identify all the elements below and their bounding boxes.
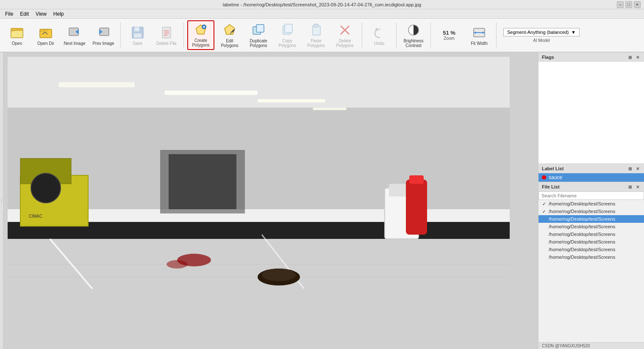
edit-polygons-button[interactable]: Edit Polygons bbox=[216, 20, 243, 50]
minimize-button[interactable]: ─ bbox=[617, 1, 624, 8]
open-dir-label: Open Dir bbox=[37, 41, 54, 46]
right-panel: Flags ⊞ ✕ Label List ⊞ ✕ sauce bbox=[538, 53, 644, 349]
ai-model-area: Segment-Anything (balanced) ▼ AI Model bbox=[503, 20, 580, 50]
prev-image-button[interactable]: Prev Image bbox=[90, 20, 117, 50]
separator-5 bbox=[430, 22, 431, 48]
svg-rect-25 bbox=[314, 24, 318, 27]
window-controls: ─ □ ✕ bbox=[617, 1, 641, 8]
svg-rect-1 bbox=[11, 30, 23, 38]
undo-icon bbox=[372, 25, 387, 40]
save-button[interactable]: Save bbox=[124, 20, 151, 50]
flags-section: Flags ⊞ ✕ bbox=[539, 53, 644, 164]
label-list-section: Label List ⊞ ✕ sauce bbox=[539, 164, 644, 182]
delete-polygons-button[interactable]: Delete Polygons bbox=[331, 20, 358, 50]
edit-polygons-label: Edit Polygons bbox=[217, 39, 242, 48]
create-polygons-icon bbox=[193, 23, 208, 37]
ai-model-label: AI Model bbox=[533, 38, 550, 43]
copy-polygons-button[interactable]: Copy Polygons bbox=[274, 20, 301, 50]
title-bar: labelme - /home/rog/Desktop/test/Screens… bbox=[0, 0, 644, 9]
maximize-button[interactable]: □ bbox=[625, 1, 632, 8]
file-name-2: /home/rog/Desktop/test/Screens bbox=[549, 216, 615, 222]
canvas-area[interactable]: CIMAC bbox=[3, 53, 538, 349]
paste-polygons-icon bbox=[308, 22, 324, 38]
file-list-item-2[interactable]: /home/rog/Desktop/test/Screens bbox=[539, 215, 644, 223]
file-check-0: ✓ bbox=[541, 202, 547, 206]
file-list-icon-2[interactable]: ✕ bbox=[635, 184, 641, 190]
menu-help[interactable]: Help bbox=[50, 10, 67, 18]
file-name-0: /home/rog/Desktop/test/Screens bbox=[549, 201, 615, 206]
paste-polygons-button[interactable]: Paste Polygons bbox=[303, 20, 330, 50]
zoom-control[interactable]: 51 % Zoom bbox=[434, 20, 464, 50]
file-list-title: File List bbox=[542, 184, 560, 189]
file-list-item-4[interactable]: /home/rog/Desktop/test/Screens bbox=[539, 230, 644, 238]
ai-model-chevron: ▼ bbox=[571, 30, 576, 35]
svg-rect-9 bbox=[134, 33, 142, 38]
fit-width-button[interactable]: Fit Width bbox=[466, 20, 493, 50]
ai-model-dropdown[interactable]: Segment-Anything (balanced) ▼ bbox=[503, 28, 580, 36]
svg-rect-50 bbox=[169, 154, 236, 209]
close-button[interactable]: ✕ bbox=[634, 1, 641, 8]
separator-3 bbox=[362, 22, 362, 48]
file-list-item-6[interactable]: /home/rog/Desktop/test/Screens bbox=[539, 246, 644, 253]
delete-polygons-label: Delete Polygons bbox=[333, 39, 357, 48]
next-image-button[interactable]: Next Image bbox=[61, 20, 88, 50]
open-button[interactable]: Open bbox=[3, 20, 31, 50]
menu-view[interactable]: View bbox=[32, 10, 50, 18]
create-polygons-button[interactable]: Create Polygons bbox=[187, 20, 214, 50]
label-list-icon-1[interactable]: ⊞ bbox=[627, 166, 633, 172]
file-name-6: /home/rog/Desktop/test/Screens bbox=[549, 247, 615, 252]
file-search-input[interactable] bbox=[539, 191, 644, 200]
copy-polygons-icon bbox=[280, 22, 295, 38]
copy-polygons-label: Copy Polygons bbox=[275, 39, 300, 48]
delete-file-icon bbox=[159, 25, 174, 40]
duplicate-polygons-button[interactable]: Duplicate Polygons bbox=[245, 20, 272, 50]
file-name-3: /home/rog/Desktop/test/Screens bbox=[549, 224, 615, 229]
svg-point-60 bbox=[262, 269, 296, 281]
flags-icon-1[interactable]: ⊞ bbox=[627, 54, 633, 60]
separator-4 bbox=[396, 22, 397, 48]
canvas-image: CIMAC bbox=[8, 57, 510, 289]
flags-icon-2[interactable]: ✕ bbox=[635, 54, 641, 60]
open-dir-button[interactable]: Open Dir bbox=[32, 20, 59, 50]
svg-rect-41 bbox=[58, 82, 135, 87]
open-label: Open bbox=[12, 41, 22, 46]
next-image-icon bbox=[67, 25, 82, 40]
file-list-header-icons: ⊞ ✕ bbox=[627, 184, 641, 190]
save-icon bbox=[130, 25, 145, 40]
svg-rect-21 bbox=[256, 25, 264, 32]
left-sidebar[interactable]: ┊ bbox=[0, 53, 3, 349]
file-list-item-0[interactable]: ✓ /home/rog/Desktop/test/Screens bbox=[539, 200, 644, 208]
svg-rect-54 bbox=[409, 175, 424, 184]
svg-rect-8 bbox=[134, 27, 139, 31]
file-name-5: /home/rog/Desktop/test/Screens bbox=[549, 239, 615, 244]
delete-file-button[interactable]: Delete File bbox=[153, 20, 180, 50]
flags-header: Flags ⊞ ✕ bbox=[539, 53, 644, 62]
file-list-item-7[interactable]: /home/rog/Desktop/test/Screens bbox=[539, 253, 644, 261]
undo-button[interactable]: Undo bbox=[366, 20, 393, 50]
file-list-item-5[interactable]: /home/rog/Desktop/test/Screens bbox=[539, 238, 644, 246]
menu-edit[interactable]: Edit bbox=[17, 10, 32, 18]
file-list-header: File List ⊞ ✕ bbox=[539, 182, 644, 191]
svg-rect-23 bbox=[285, 24, 292, 33]
label-list-icon-2[interactable]: ✕ bbox=[635, 166, 641, 172]
main-content: ┊ CIMAC bbox=[0, 53, 644, 349]
label-item-sauce[interactable]: sauce bbox=[539, 173, 644, 182]
svg-rect-53 bbox=[406, 180, 427, 235]
file-list-icon-1[interactable]: ⊞ bbox=[627, 184, 633, 190]
file-list-item-3[interactable]: /home/rog/Desktop/test/Screens bbox=[539, 223, 644, 230]
statusbar-text: CSDN @YANGXUSH520 bbox=[542, 343, 590, 348]
create-polygons-label: Create Polygons bbox=[189, 38, 213, 47]
label-list-title: Label List bbox=[542, 166, 564, 171]
file-name-7: /home/rog/Desktop/test/Screens bbox=[549, 255, 615, 260]
duplicate-polygons-label: Duplicate Polygons bbox=[246, 39, 271, 48]
file-check-1: ✓ bbox=[541, 209, 547, 214]
file-list-item-1[interactable]: ✓ /home/rog/Desktop/test/Screens bbox=[539, 208, 644, 215]
svg-rect-43 bbox=[258, 99, 325, 102]
prev-image-label: Prev Image bbox=[92, 41, 114, 46]
separator-2 bbox=[183, 22, 184, 48]
brightness-contrast-button[interactable]: Brightness Contrast bbox=[400, 20, 427, 50]
zoom-label: Zoom bbox=[444, 36, 455, 41]
label-name-sauce: sauce bbox=[549, 174, 562, 180]
label-list-header-icons: ⊞ ✕ bbox=[627, 166, 641, 172]
menu-file[interactable]: File bbox=[2, 10, 17, 18]
